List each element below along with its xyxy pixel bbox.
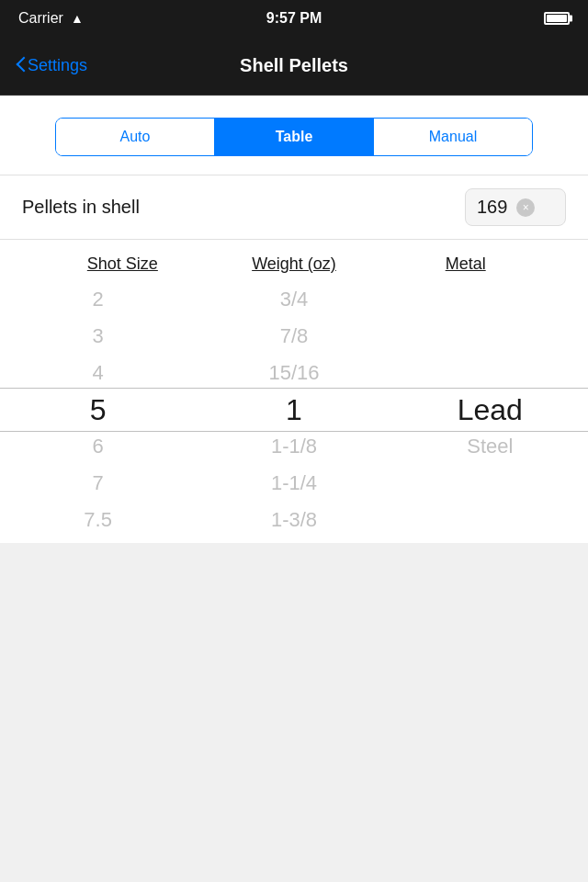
pellets-label: Pellets in shell [22,197,140,218]
picker-rows[interactable]: 2 3 4 5 6 7 7.5 3/4 7/8 15/16 1 1-1/8 1-… [0,281,588,538]
picker-item [392,465,588,502]
segment-control: Auto Table Manual [55,118,533,156]
nav-bar: Settings Shell Pellets [0,37,588,96]
picker-item [392,281,588,318]
picker-item [392,355,588,391]
shot-size-header: Shot Size [37,254,209,274]
segment-auto[interactable]: Auto [56,119,215,155]
wifi-icon: ▲︎ [71,11,84,26]
metal-header: Metal [379,254,551,274]
status-time: 9:57 PM [266,10,322,27]
pellets-value: 169 [477,197,507,218]
picker-item: 3 [0,318,196,355]
picker-item: 7/8 [196,318,391,355]
weight-oz-column: 3/4 7/8 15/16 1 1-1/8 1-1/4 1-3/8 [196,281,391,538]
picker-item [392,502,588,538]
picker-item: 15/16 [196,355,391,391]
picker-item: 1-1/4 [196,465,391,502]
segment-manual[interactable]: Manual [374,119,532,155]
picker-item-selected: Lead [392,391,588,428]
column-headers: Shot Size Weight (oz) Metal [0,240,588,281]
picker-item [392,318,588,355]
metal-column: Lead Steel [392,281,588,538]
picker-item: 1-3/8 [196,502,391,538]
battery-icon [544,12,570,25]
picker-item-selected: 1 [196,391,391,428]
status-bar: Carrier ▲︎ 9:57 PM [0,0,588,37]
carrier-label: Carrier [18,10,63,27]
picker-item: 4 [0,355,196,391]
back-label: Settings [28,56,87,75]
pellets-value-field[interactable]: 169 × [465,188,566,226]
picker-item: 3/4 [196,281,391,318]
weight-oz-header: Weight (oz) [209,254,380,274]
main-content: Auto Table Manual Pellets in shell 169 ×… [0,96,588,543]
segment-container: Auto Table Manual [0,96,588,175]
picker-item: 6 [0,428,196,465]
picker-item: 1-1/8 [196,428,391,465]
picker-item-selected: 5 [0,391,196,428]
back-button[interactable]: Settings [15,56,87,75]
clear-button[interactable]: × [516,198,535,217]
picker-item: Steel [392,428,588,465]
picker-area: Shot Size Weight (oz) Metal 2 3 4 5 6 7 … [0,240,588,543]
segment-table[interactable]: Table [215,119,374,155]
chevron-left-icon [15,58,24,74]
page-title: Shell Pellets [240,55,348,76]
carrier-wifi: Carrier ▲︎ [18,10,84,27]
battery-indicator [544,12,570,25]
picker-item: 2 [0,281,196,318]
shot-size-column: 2 3 4 5 6 7 7.5 [0,281,196,538]
pellets-row: Pellets in shell 169 × [0,175,588,240]
picker-item: 7.5 [0,502,196,538]
picker-item: 7 [0,465,196,502]
